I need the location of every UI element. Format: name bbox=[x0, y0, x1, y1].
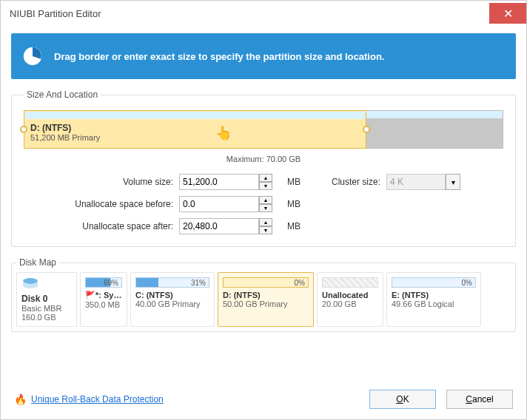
info-banner: Drag border or enter exact size to speci… bbox=[11, 33, 516, 79]
partition-name: D: (NTFS) bbox=[30, 123, 360, 133]
unallocate-before-input[interactable] bbox=[179, 196, 259, 212]
size-and-location-legend: Size And Location bbox=[24, 89, 101, 100]
cluster-size-label: Cluster size: bbox=[305, 177, 386, 187]
volume-size-up[interactable]: ▲ bbox=[259, 174, 272, 182]
partition-item[interactable]: 69%🚩*: Sy…350.0 MB bbox=[80, 272, 127, 327]
footer: 🔥 Unique Roll-Back Data Protection OK Ca… bbox=[1, 379, 526, 419]
unallocate-after-label: Unallocate space after: bbox=[38, 221, 179, 231]
flag-icon: 🚩 bbox=[85, 291, 95, 299]
unallocate-after-down[interactable]: ▼ bbox=[259, 226, 272, 234]
svg-point-1 bbox=[23, 278, 38, 284]
partition-name: C: (NTFS) bbox=[135, 291, 209, 299]
disk-summary[interactable]: Disk 0 Basic MBR 160.0 GB bbox=[16, 272, 77, 327]
usage-bar: 0% bbox=[223, 277, 309, 288]
rollback-link[interactable]: Unique Roll-Back Data Protection bbox=[31, 394, 164, 404]
partition-name: E: (NTFS) bbox=[392, 291, 476, 299]
partition-item[interactable]: Unallocated20.00 GB bbox=[317, 272, 383, 327]
disk-map-legend: Disk Map bbox=[16, 257, 59, 268]
partition-sub: 49.66 GB Logical bbox=[392, 299, 476, 308]
size-fields: Volume size: ▲ ▼ MB Cluster size: ▾ Unal… bbox=[38, 174, 503, 234]
disk-type: Basic MBR bbox=[21, 304, 72, 313]
titlebar: NIUBI Partition Editor ✕ bbox=[1, 1, 526, 26]
pie-icon bbox=[21, 45, 44, 67]
usage-pct: 0% bbox=[462, 278, 472, 288]
partition-sub: 350.0 MB bbox=[85, 300, 122, 309]
content: Drag border or enter exact size to speci… bbox=[1, 26, 526, 332]
disk-icon bbox=[21, 277, 39, 291]
resize-handle-left[interactable] bbox=[20, 126, 27, 133]
partition-name: Unallocated bbox=[322, 291, 378, 299]
volume-size-input[interactable] bbox=[179, 174, 259, 190]
usage-pct: 69% bbox=[104, 278, 118, 288]
usage-pct: 31% bbox=[191, 278, 206, 288]
partition-sub: 40.00 GB Primary bbox=[135, 299, 209, 308]
usage-bar: 69% bbox=[85, 277, 122, 288]
disk-map-row: Disk 0 Basic MBR 160.0 GB 69%🚩*: Sy…350.… bbox=[16, 272, 511, 327]
resize-track[interactable]: D: (NTFS) 51,200 MB Primary 👆 bbox=[24, 110, 503, 149]
banner-text: Drag border or enter exact size to speci… bbox=[54, 51, 384, 62]
volume-size-down[interactable]: ▼ bbox=[259, 182, 272, 190]
partition-sub: 50.00 GB Primary bbox=[223, 299, 309, 308]
resize-handle-right[interactable] bbox=[363, 126, 370, 133]
partition-sub: 51,200 MB Primary bbox=[30, 133, 360, 142]
size-and-location-group: Size And Location D: (NTFS) 51,200 MB Pr… bbox=[11, 89, 516, 247]
close-button[interactable]: ✕ bbox=[489, 3, 526, 24]
partition-list: 69%🚩*: Sy…350.0 MB31%C: (NTFS)40.00 GB P… bbox=[80, 272, 481, 327]
partition-name: 🚩*: Sy… bbox=[85, 291, 122, 300]
unallocate-after-unit: MB bbox=[283, 221, 305, 231]
partition-item[interactable]: 0%E: (NTFS)49.66 GB Logical bbox=[386, 272, 481, 327]
cluster-size-select[interactable] bbox=[386, 174, 446, 190]
ok-button[interactable]: OK bbox=[369, 390, 436, 409]
cluster-size-dropdown[interactable]: ▾ bbox=[446, 174, 460, 190]
unallocate-after-input[interactable] bbox=[179, 218, 259, 234]
window-title: NIUBI Partition Editor bbox=[10, 8, 101, 19]
usage-pct: 0% bbox=[295, 278, 305, 288]
disk-size: 160.0 GB bbox=[21, 313, 72, 322]
unallocate-before-up[interactable]: ▲ bbox=[259, 196, 272, 204]
partition-stripe bbox=[25, 112, 365, 119]
usage-bar bbox=[322, 277, 378, 288]
unallocate-after-up[interactable]: ▲ bbox=[259, 218, 272, 226]
disk-name: Disk 0 bbox=[21, 294, 72, 304]
maximum-label: Maximum: 70.00 GB bbox=[24, 155, 503, 163]
partition-block[interactable]: D: (NTFS) 51,200 MB Primary bbox=[24, 110, 366, 149]
usage-bar: 0% bbox=[392, 277, 476, 288]
partition-name: D: (NTFS) bbox=[223, 291, 309, 299]
partition-sub: 20.00 GB bbox=[322, 299, 378, 308]
disk-map-group: Disk Map Disk 0 Basic MBR 160.0 GB 69%🚩*… bbox=[11, 257, 516, 332]
volume-size-label: Volume size: bbox=[38, 177, 179, 187]
unallocate-before-down[interactable]: ▼ bbox=[259, 204, 272, 212]
window: NIUBI Partition Editor ✕ Drag border or … bbox=[0, 0, 527, 420]
unallocate-before-label: Unallocate space before: bbox=[38, 199, 179, 209]
cancel-button[interactable]: Cancel bbox=[446, 390, 513, 409]
partition-item[interactable]: 0%D: (NTFS)50.00 GB Primary bbox=[218, 272, 314, 327]
flame-icon: 🔥 bbox=[14, 393, 27, 405]
partition-item[interactable]: 31%C: (NTFS)40.00 GB Primary bbox=[130, 272, 215, 327]
unallocate-before-unit: MB bbox=[283, 199, 305, 209]
close-icon: ✕ bbox=[503, 7, 513, 21]
volume-size-unit: MB bbox=[283, 177, 305, 187]
usage-bar: 31% bbox=[135, 277, 209, 288]
